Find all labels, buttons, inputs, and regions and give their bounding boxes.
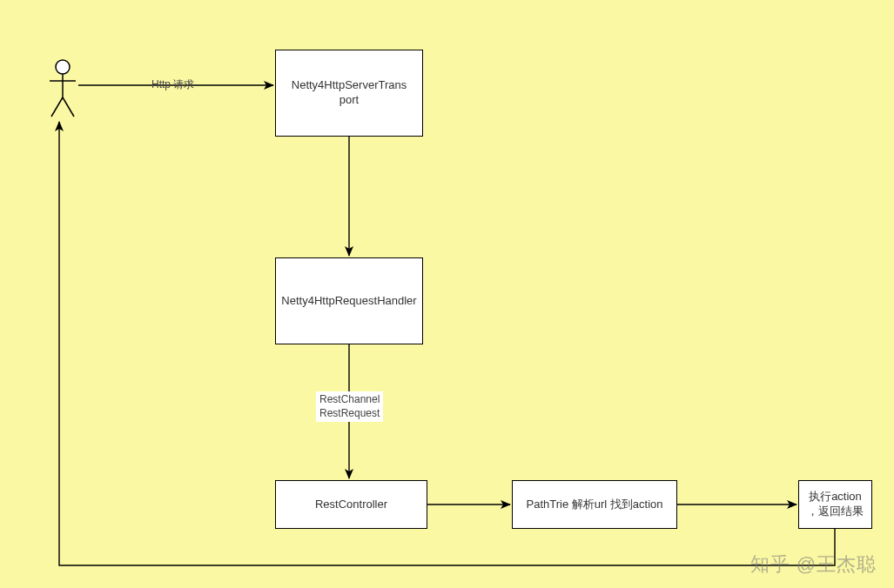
- svg-line-4: [63, 97, 74, 117]
- watermark: 知乎 @王杰聪: [750, 551, 877, 578]
- edge-label-rest-channel: RestChannelRestRequest: [316, 391, 383, 422]
- node-exec-action: 执行action，返回结果: [798, 480, 872, 529]
- edge-label-http-request: Http 请求: [148, 77, 198, 94]
- node-netty-transport: Netty4HttpServerTransport: [275, 50, 423, 137]
- node-label: 执行action，返回结果: [807, 490, 864, 519]
- arrows-overlay: [0, 0, 894, 588]
- svg-line-3: [51, 97, 63, 117]
- node-label: PathTrie 解析url 找到action: [526, 498, 662, 512]
- edge-label-text: Http 请求: [151, 78, 194, 90]
- watermark-text: 知乎 @王杰聪: [750, 553, 877, 575]
- node-rest-controller: RestController: [275, 480, 427, 529]
- node-label: Netty4HttpServerTransport: [292, 78, 407, 108]
- node-netty-handler: Netty4HttpRequestHandler: [275, 257, 423, 344]
- svg-point-0: [56, 60, 70, 74]
- node-pathtrie: PathTrie 解析url 找到action: [512, 480, 677, 529]
- node-label: RestController: [315, 498, 387, 512]
- edge-label-text: RestChannelRestRequest: [319, 393, 380, 419]
- actor-user: [47, 59, 78, 124]
- node-label: Netty4HttpRequestHandler: [281, 294, 416, 309]
- edge-exec-to-user: [59, 122, 835, 565]
